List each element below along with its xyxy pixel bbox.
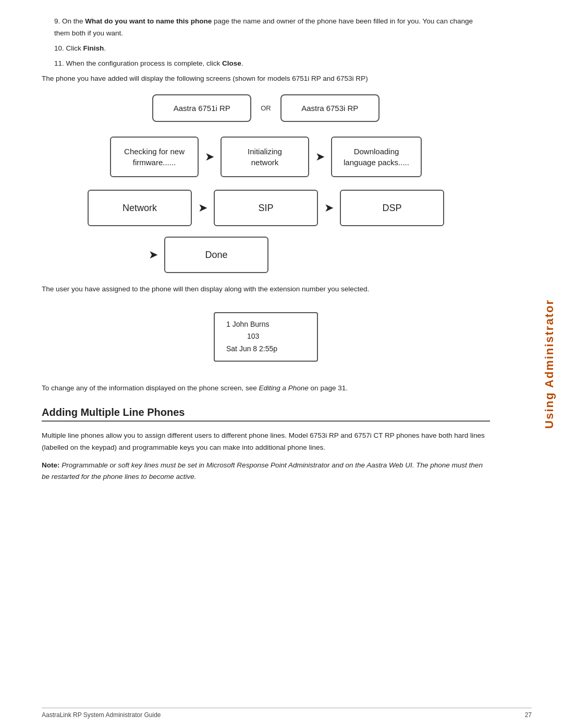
flow-row-2: Network ➤ SIP ➤ DSP: [42, 190, 490, 226]
phones-intro: The phone you have added will display th…: [42, 73, 490, 84]
phone-box-2: Aastra 6753i RP: [280, 94, 380, 122]
step10-bold: Finish: [83, 44, 104, 52]
footer-left: AastraLink RP System Administrator Guide: [42, 711, 161, 719]
change-info-para: To change any of the information display…: [42, 382, 490, 394]
diagram-area: Aastra 6751i RP OR Aastra 6753i RP Check…: [42, 94, 490, 273]
page-container: Using Administrator 9. On the What do yo…: [0, 0, 563, 728]
change-italic: Editing a Phone: [259, 384, 309, 392]
arrow-3: ➤: [198, 201, 207, 215]
footer-right: 27: [525, 711, 532, 719]
arrow-2: ➤: [315, 150, 325, 164]
body-para-1: Multiple line phones allow you to assign…: [42, 430, 490, 453]
phone-models-row: Aastra 6751i RP OR Aastra 6753i RP: [42, 94, 490, 122]
sidebar-text: Using Administrator: [543, 299, 556, 429]
phone-display: 1 John Burns 103 Sat Jun 8 2:55p: [214, 312, 318, 362]
intro-section: 9. On the What do you want to name this …: [42, 16, 490, 84]
phone-display-row: 1 John Burns 103 Sat Jun 8 2:55p: [42, 304, 490, 372]
flow-row-1: Checking for newfirmware...... ➤ Initial…: [42, 137, 490, 177]
phone-box-1: Aastra 6751i RP: [152, 94, 251, 122]
step10-pre: 10. Click: [54, 44, 83, 52]
step-11: 11. When the configuration process is co…: [54, 58, 490, 70]
step11-dot: .: [241, 59, 243, 67]
step10-dot: .: [104, 44, 106, 52]
or-label: OR: [261, 104, 271, 112]
flow-box-dsp: DSP: [340, 190, 444, 226]
after-diagram-text: The user you have assigned to the phone …: [42, 283, 490, 295]
step11-bold: Close: [222, 59, 241, 67]
flow-box-initializing: Initializingnetwork: [221, 137, 309, 177]
note-italic: Programmable or soft key lines must be s…: [42, 461, 483, 480]
footer: AastraLink RP System Administrator Guide…: [42, 708, 532, 719]
arrow-1: ➤: [205, 150, 214, 164]
flow-box-sip: SIP: [214, 190, 318, 226]
note-bold: Note:: [42, 461, 60, 469]
main-content: 9. On the What do you want to name this …: [42, 16, 521, 483]
downloading-text: Downloadinglanguage packs.....: [344, 146, 409, 168]
phone-line1: 1 John Burns: [226, 320, 270, 328]
flow-box-checking: Checking for newfirmware......: [110, 137, 199, 177]
step-10: 10. Click Finish.: [54, 43, 490, 55]
done-row: ➤ Done: [42, 237, 490, 273]
change-info-text: To change any of the information display…: [42, 384, 259, 392]
note-para: Note: Programmable or soft key lines mus…: [42, 460, 490, 483]
step11-pre: 11. When the configuration process is co…: [54, 59, 222, 67]
flow-box-done: Done: [164, 237, 268, 273]
arrow-5: ➤: [149, 248, 158, 262]
step-9: 9. On the What do you want to name this …: [54, 16, 490, 40]
phone-line2: 103: [247, 332, 259, 340]
step9-bold: What do you want to name this phone: [85, 17, 212, 25]
arrow-4: ➤: [324, 201, 334, 215]
initializing-text: Initializingnetwork: [248, 146, 282, 168]
phone-line3: Sat Jun 8 2:55p: [226, 344, 277, 353]
flow-box-downloading: Downloadinglanguage packs.....: [331, 137, 422, 177]
change-rest: on page 31.: [309, 384, 348, 392]
flow-box-network: Network: [88, 190, 192, 226]
sidebar-label: Using Administrator: [536, 0, 563, 728]
checking-text: Checking for newfirmware......: [124, 146, 185, 168]
section-heading: Adding Multiple Line Phones: [42, 406, 490, 422]
step9-pre: On the: [62, 17, 85, 25]
